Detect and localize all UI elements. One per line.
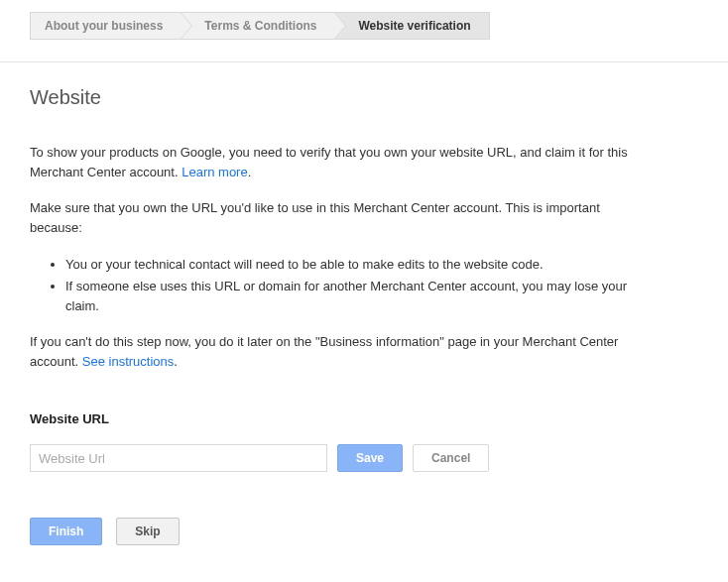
later-paragraph: If you can't do this step now, you do it… — [30, 332, 645, 372]
learn-more-link[interactable]: Learn more — [182, 165, 247, 179]
see-instructions-link[interactable]: See instructions — [82, 354, 175, 369]
intro-text: To show your products on Google, you nee… — [30, 145, 628, 179]
ownership-paragraph: Make sure that you own the URL you'd lik… — [30, 198, 645, 238]
breadcrumb-step-terms[interactable]: Terms & Conditions — [181, 13, 334, 39]
save-button[interactable]: Save — [337, 444, 403, 472]
list-item: You or your technical contact will need … — [65, 255, 645, 275]
breadcrumb-step-business[interactable]: About your business — [31, 13, 181, 39]
finish-button[interactable]: Finish — [30, 518, 102, 545]
content-area: Website To show your products on Google,… — [0, 62, 674, 575]
page-title: Website — [30, 86, 645, 109]
footer-buttons: Finish Skip — [30, 518, 645, 545]
intro-period: . — [248, 165, 252, 179]
website-url-input[interactable] — [30, 444, 327, 472]
list-item: If someone else uses this URL or domain … — [65, 277, 645, 316]
skip-button[interactable]: Skip — [116, 518, 179, 545]
breadcrumb: About your business Terms & Conditions W… — [30, 12, 490, 40]
reasons-list: You or your technical contact will need … — [65, 255, 645, 316]
url-input-row: Save Cancel — [30, 444, 645, 472]
breadcrumb-step-verification[interactable]: Website verification — [334, 13, 488, 39]
website-url-label: Website URL — [30, 411, 645, 426]
intro-paragraph: To show your products on Google, you nee… — [30, 143, 645, 182]
cancel-button[interactable]: Cancel — [413, 444, 489, 472]
later-period: . — [174, 354, 178, 369]
